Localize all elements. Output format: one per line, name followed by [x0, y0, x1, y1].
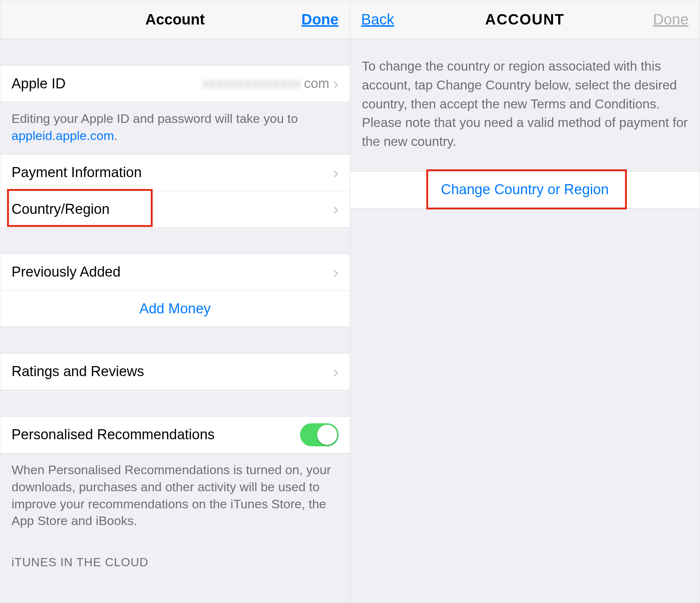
account-country-pane: Back ACCOUNT Done To change the country … [350, 0, 700, 603]
itunes-cloud-header: iTUNES IN THE CLOUD [0, 539, 350, 574]
navbar-left: Account Done [0, 0, 350, 39]
personalised-row: Personalised Recommendations [0, 417, 350, 453]
done-button-disabled: Done [653, 11, 688, 27]
chevron-right-icon: › [333, 75, 339, 92]
change-country-group: Change Country or Region [350, 171, 700, 208]
balance-group: Previously Added › Add Money [0, 254, 350, 327]
back-button[interactable]: Back [361, 11, 394, 27]
personalised-group: Personalised Recommendations [0, 416, 350, 453]
change-country-info: To change the country or region associat… [350, 39, 700, 171]
apple-id-value-suffix: com [304, 76, 329, 91]
apple-id-label: Apple ID [12, 76, 66, 92]
account-settings-pane: Account Done Apple ID xxxxxxxxxxxxxx com… [0, 0, 350, 603]
personalised-label: Personalised Recommendations [12, 427, 215, 443]
apple-id-footer-suffix: . [114, 128, 117, 143]
country-region-row[interactable]: Country/Region › [0, 191, 350, 227]
ratings-reviews-row[interactable]: Ratings and Reviews › [0, 353, 350, 390]
change-country-label: Change Country or Region [441, 182, 609, 198]
apple-id-group: Apple ID xxxxxxxxxxxxxx com › [0, 65, 350, 102]
previously-added-row[interactable]: Previously Added › [0, 254, 350, 290]
apple-id-footer-prefix: Editing your Apple ID and password will … [12, 111, 298, 126]
page-title: Account [0, 11, 350, 28]
country-region-label: Country/Region [12, 201, 110, 217]
chevron-right-icon: › [333, 201, 339, 217]
apple-id-row[interactable]: Apple ID xxxxxxxxxxxxxx com › [0, 65, 350, 102]
page-title: ACCOUNT [350, 11, 700, 28]
chevron-right-icon: › [333, 264, 339, 280]
apple-id-value-hidden: xxxxxxxxxxxxxx [66, 76, 301, 91]
ratings-reviews-label: Ratings and Reviews [12, 364, 144, 379]
payment-information-label: Payment Information [12, 164, 142, 180]
toggle-knob [317, 425, 337, 445]
ratings-group: Ratings and Reviews › [0, 353, 350, 390]
chevron-right-icon: › [333, 164, 339, 181]
appleid-link[interactable]: appleid.apple.com [12, 128, 114, 143]
add-money-label: Add Money [139, 301, 211, 317]
previously-added-label: Previously Added [12, 264, 121, 280]
done-button[interactable]: Done [302, 11, 339, 27]
payment-country-group: Payment Information › Country/Region › [0, 154, 350, 228]
chevron-right-icon: › [333, 364, 339, 380]
change-country-button[interactable]: Change Country or Region [350, 172, 700, 208]
payment-information-row[interactable]: Payment Information › [0, 154, 350, 191]
apple-id-footer: Editing your Apple ID and password will … [0, 102, 350, 154]
personalised-footer: When Personalised Recommendations is tur… [0, 453, 350, 540]
navbar-right: Back ACCOUNT Done [350, 0, 700, 39]
personalised-toggle[interactable] [300, 423, 339, 446]
add-money-button[interactable]: Add Money [0, 290, 350, 327]
